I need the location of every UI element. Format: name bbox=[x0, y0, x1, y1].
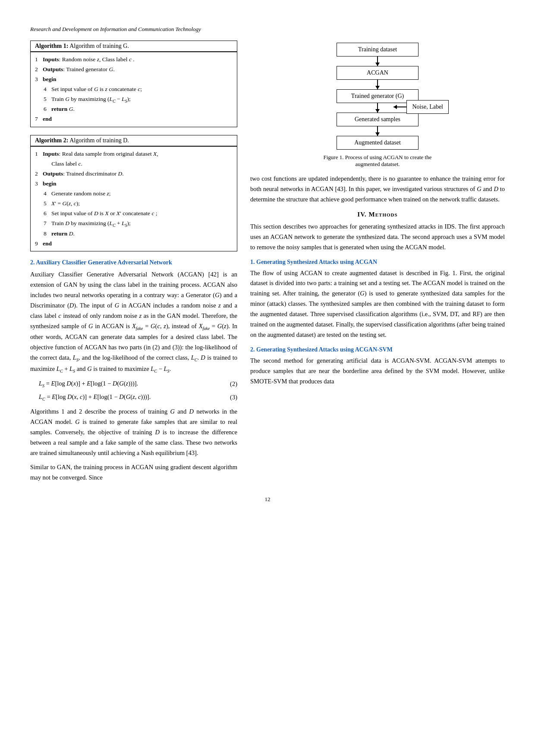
generated-samples-box: Generated samples bbox=[337, 113, 419, 126]
alg2-line4: 4 Generate random noise z; bbox=[35, 189, 233, 199]
section-iv2-text: The second method for generating artific… bbox=[250, 356, 505, 387]
header-title: Research and Development on Information … bbox=[30, 26, 201, 32]
two-column-layout: Algorithm 1: Algorithm of training G. 1 … bbox=[30, 41, 505, 487]
alg1-line6: 6 return G. bbox=[35, 104, 233, 114]
roman-section-4: IV. Methods bbox=[250, 211, 505, 218]
eq3-content: LC = E[log D(x, c)] + E[log(1 − D(G(z, c… bbox=[39, 393, 220, 402]
alg2-line3: 3 begin bbox=[35, 179, 233, 189]
left-column: Algorithm 1: Algorithm of training G. 1 … bbox=[30, 41, 237, 487]
alg1-line1: 1 Inputs: Random noise z, Class label c … bbox=[35, 55, 233, 65]
algorithm-2-title: Algorithm 2: Algorithm of training D. bbox=[31, 135, 237, 147]
algorithm-2-body: 1 Inputs: Real data sample from original… bbox=[31, 147, 237, 251]
arrow-head-left bbox=[393, 105, 397, 109]
figure-1-container: Training dataset ACGAN Trained generator… bbox=[250, 43, 505, 168]
arrow-1 bbox=[377, 56, 378, 66]
algorithm-1-body: 1 Inputs: Random noise z, Class label c … bbox=[31, 52, 237, 127]
arrow-3 bbox=[377, 103, 378, 113]
alg2-line5: 5 X′ = G(z, c); bbox=[35, 199, 233, 209]
alg2-line1: 1 Inputs: Real data sample from original… bbox=[35, 149, 233, 169]
acgan-box: ACGAN bbox=[337, 66, 419, 80]
equation-3: LC = E[log D(x, c)] + E[log(1 − D(G(z, c… bbox=[39, 393, 237, 402]
algorithm-2-box: Algorithm 2: Algorithm of training D. 1 … bbox=[30, 135, 237, 251]
alg1-line2: 2 Outputs: Trained generator G. bbox=[35, 65, 233, 75]
eq2-number: (2) bbox=[220, 380, 237, 388]
right-text1: two cost functions are updated independe… bbox=[250, 174, 505, 205]
alg2-line2: 2 Outputs: Trained discriminator D. bbox=[35, 169, 233, 179]
algorithm-1-title: Algorithm 1: Algorithm of training G. bbox=[31, 41, 237, 52]
noise-label-group: Noise, Label bbox=[393, 100, 449, 114]
page-number: 12 bbox=[30, 496, 505, 503]
figure-1-diagram: Training dataset ACGAN Trained generator… bbox=[308, 43, 447, 150]
eq2-content: LS = E[log D(x)] + E[log(1 − D(G(z)))]. bbox=[39, 380, 220, 388]
alg1-line5: 5 Train G by maximizing (LC − LS); bbox=[35, 94, 233, 105]
alg2-title-rest: Algorithm of training D. bbox=[69, 137, 129, 144]
h-arrow-line bbox=[393, 107, 406, 107]
alg2-line8: 8 return D. bbox=[35, 229, 233, 239]
arrow-4 bbox=[377, 126, 378, 136]
training-dataset-box: Training dataset bbox=[337, 43, 419, 56]
section-iv2-heading: 2. Generating Synthesized Attacks using … bbox=[250, 346, 505, 353]
augmented-dataset-box: Augmented dataset bbox=[337, 136, 419, 150]
alg1-line4: 4 Set input value of G is z concatenate … bbox=[35, 85, 233, 94]
alg1-line3: 3 begin bbox=[35, 75, 233, 85]
section-iv1-heading: 1. Generating Synthesized Attacks using … bbox=[250, 259, 505, 266]
alg2-line6: 6 Set input value of D is X or X′ concat… bbox=[35, 209, 233, 219]
section2-text2: Algorithms 1 and 2 describe the process … bbox=[30, 407, 237, 458]
alg2-line7: 7 Train D by maximizing (LC + LS); bbox=[35, 219, 233, 229]
methods-text1: This section describes two approaches fo… bbox=[250, 222, 505, 253]
roman4-label: IV. Methods bbox=[357, 211, 397, 218]
alg1-title-bold: Algorithm 1: bbox=[35, 43, 68, 49]
noise-label-box: Noise, Label bbox=[406, 100, 449, 114]
eq3-number: (3) bbox=[220, 394, 237, 401]
page: Research and Development on Information … bbox=[0, 0, 535, 756]
right-column: Training dataset ACGAN Trained generator… bbox=[250, 41, 505, 487]
section2-text1: Auxiliary Classifier Generative Adversar… bbox=[30, 270, 237, 375]
alg1-line7: 7 end bbox=[35, 114, 233, 124]
alg2-title-bold: Algorithm 2: bbox=[35, 137, 68, 144]
section-iv1-text: The flow of using ACGAN to create augmen… bbox=[250, 268, 505, 340]
alg2-line9: 9 end bbox=[35, 239, 233, 249]
arrow-2 bbox=[377, 80, 378, 89]
section2-heading: 2. Auxiliary Classifier Generative Adver… bbox=[30, 259, 237, 266]
figure-1-caption: Figure 1. Process of using ACGAN to crea… bbox=[311, 154, 444, 168]
page-header: Research and Development on Information … bbox=[30, 26, 505, 33]
alg1-title-rest: Algorithm of training G. bbox=[69, 43, 129, 49]
equation-2: LS = E[log D(x)] + E[log(1 − D(G(z)))]. … bbox=[39, 380, 237, 388]
algorithm-1-box: Algorithm 1: Algorithm of training G. 1 … bbox=[30, 41, 237, 127]
section2-text3: Similar to GAN, the training process in … bbox=[30, 462, 237, 483]
